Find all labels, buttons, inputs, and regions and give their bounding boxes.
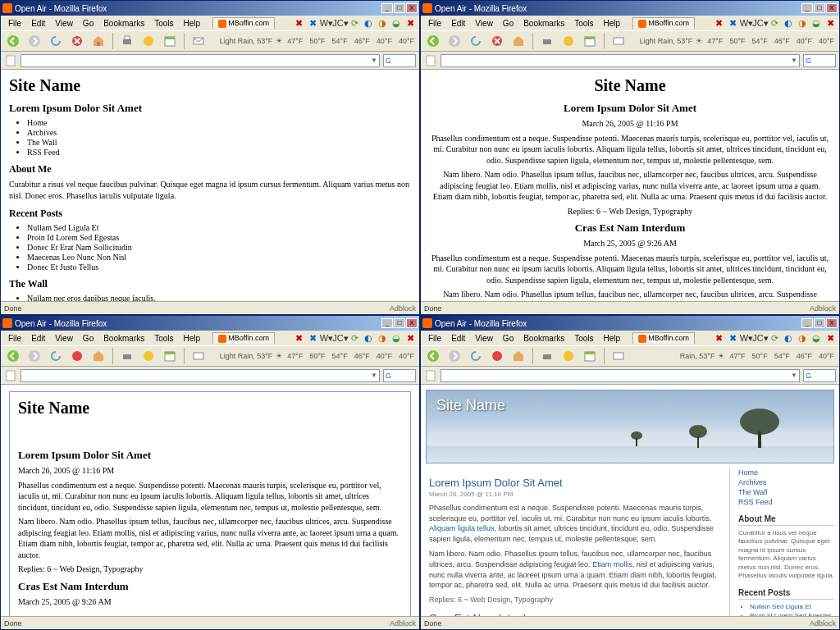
ext-icon[interactable]: ⟳ xyxy=(769,17,780,29)
menu-view[interactable]: View xyxy=(51,333,77,344)
ext-icon[interactable]: ◐ xyxy=(363,332,374,344)
url-dropdown-icon[interactable]: ▼ xyxy=(371,372,377,379)
inline-link[interactable]: Aliquam ligula tellus xyxy=(429,524,495,532)
minimize-button[interactable]: _ xyxy=(381,318,393,328)
mail-button[interactable] xyxy=(189,347,208,365)
ext-dropdown-icon[interactable]: JC▾ xyxy=(755,17,766,29)
ext-icon[interactable]: ✖ xyxy=(727,17,738,29)
ext-icon[interactable]: ◐ xyxy=(783,332,794,344)
ext-icon[interactable]: ◒ xyxy=(810,332,822,344)
ext-dropdown-icon[interactable]: W▾ xyxy=(321,17,332,29)
mail-button[interactable] xyxy=(609,32,628,50)
calendar-button[interactable] xyxy=(581,32,599,50)
ext-close-icon[interactable]: ✖ xyxy=(824,332,836,344)
save-button[interactable] xyxy=(139,32,158,50)
minimize-button[interactable]: _ xyxy=(801,3,813,13)
adblock-label[interactable]: Adblock xyxy=(810,304,836,313)
mail-button[interactable] xyxy=(189,32,208,50)
forward-button[interactable] xyxy=(25,32,43,50)
search-box[interactable]: G xyxy=(383,369,416,382)
post-replies[interactable]: Replies: 6 ~ Web Design, Typography xyxy=(429,596,721,604)
search-box[interactable]: G xyxy=(803,369,836,382)
close-button[interactable]: X xyxy=(406,3,418,13)
menu-edit[interactable]: Edit xyxy=(27,333,49,344)
menu-edit[interactable]: Edit xyxy=(447,18,469,29)
ext-icon[interactable]: ◑ xyxy=(377,17,388,29)
browser-tab[interactable]: MBoffin.com xyxy=(212,17,275,29)
recent-link[interactable]: Proin Id Lorem Sed Egestas xyxy=(750,612,832,616)
ext-icon[interactable]: ✖ xyxy=(727,332,738,344)
maximize-button[interactable]: □ xyxy=(394,318,405,328)
search-box[interactable]: G xyxy=(383,54,416,67)
url-input[interactable]: ▼ xyxy=(441,369,800,382)
menu-tools[interactable]: Tools xyxy=(570,18,597,29)
calendar-button[interactable] xyxy=(581,347,599,365)
ext-icon[interactable]: ◒ xyxy=(810,17,822,29)
menu-tools[interactable]: Tools xyxy=(150,18,177,29)
recent-item[interactable]: Donec Et Justo Tellus xyxy=(27,262,411,272)
ext-dropdown-icon[interactable]: JC▾ xyxy=(335,332,346,344)
recent-item[interactable]: Maecenas Leo Nunc Non Nisl xyxy=(27,253,411,262)
ext-icon[interactable]: ⟳ xyxy=(769,332,780,344)
ext-dropdown-icon[interactable]: JC▾ xyxy=(755,332,766,344)
ext-icon[interactable]: ◑ xyxy=(797,17,808,29)
ext-icon[interactable]: ✖ xyxy=(293,17,304,29)
menu-go[interactable]: Go xyxy=(79,18,98,29)
url-input[interactable]: ▼ xyxy=(21,54,380,67)
stop-button[interactable] xyxy=(68,347,86,365)
menu-bookmarks[interactable]: Bookmarks xyxy=(99,18,148,29)
reload-button[interactable] xyxy=(467,347,485,365)
save-button[interactable] xyxy=(559,32,578,50)
browser-tab[interactable]: MBoffin.com xyxy=(212,332,275,344)
adblock-label[interactable]: Adblock xyxy=(810,619,836,628)
minimize-button[interactable]: _ xyxy=(381,3,393,13)
reload-button[interactable] xyxy=(47,32,65,50)
calendar-button[interactable] xyxy=(161,32,179,50)
menu-bookmarks[interactable]: Bookmarks xyxy=(99,333,148,344)
menu-tools[interactable]: Tools xyxy=(150,333,177,344)
recent-item[interactable]: Donec Et Erat Nam Sollicitudin xyxy=(27,243,411,252)
menu-file[interactable]: File xyxy=(4,18,25,29)
ext-icon[interactable]: ✖ xyxy=(713,332,724,344)
back-button[interactable] xyxy=(424,32,442,50)
save-button[interactable] xyxy=(559,347,578,365)
menu-file[interactable]: File xyxy=(4,333,25,344)
home-button[interactable] xyxy=(89,32,107,50)
recent-item[interactable]: Nullam Sed Ligula Et xyxy=(27,223,411,232)
adblock-label[interactable]: Adblock xyxy=(390,304,416,313)
ext-icon[interactable]: ◑ xyxy=(377,332,388,344)
forward-button[interactable] xyxy=(445,32,463,50)
menu-view[interactable]: View xyxy=(471,333,497,344)
forward-button[interactable] xyxy=(25,347,43,365)
ext-dropdown-icon[interactable]: W▾ xyxy=(321,332,332,344)
print-button[interactable] xyxy=(118,347,136,365)
ext-close-icon[interactable]: ✖ xyxy=(404,17,416,29)
ext-icon[interactable]: ✖ xyxy=(713,17,724,29)
ext-icon[interactable]: ◐ xyxy=(363,17,374,29)
menu-view[interactable]: View xyxy=(51,18,77,29)
back-button[interactable] xyxy=(424,347,442,365)
ext-close-icon[interactable]: ✖ xyxy=(404,332,416,344)
menu-go[interactable]: Go xyxy=(499,18,518,29)
ext-icon[interactable]: ✖ xyxy=(307,332,318,344)
ext-icon[interactable]: ⟳ xyxy=(349,17,360,29)
menu-go[interactable]: Go xyxy=(79,333,98,344)
close-button[interactable]: X xyxy=(406,318,418,328)
ext-icon[interactable]: ◐ xyxy=(783,17,794,29)
stop-button[interactable] xyxy=(488,32,506,50)
menu-bookmarks[interactable]: Bookmarks xyxy=(519,18,568,29)
nav-link[interactable]: Archives xyxy=(738,478,834,486)
stop-button[interactable] xyxy=(68,32,86,50)
ext-icon[interactable]: ✖ xyxy=(307,17,318,29)
reload-button[interactable] xyxy=(467,32,485,50)
post-title[interactable]: Lorem Ipsum Dolor Sit Amet xyxy=(429,477,721,489)
menu-help[interactable]: Help xyxy=(180,18,205,29)
nav-item[interactable]: The Wall xyxy=(27,138,411,147)
save-button[interactable] xyxy=(139,347,158,365)
close-button[interactable]: X xyxy=(826,318,838,328)
nav-link[interactable]: The Wall xyxy=(738,488,834,496)
ext-icon[interactable]: ✖ xyxy=(293,332,304,344)
print-button[interactable] xyxy=(118,32,136,50)
print-button[interactable] xyxy=(538,347,556,365)
url-dropdown-icon[interactable]: ▼ xyxy=(371,57,377,64)
